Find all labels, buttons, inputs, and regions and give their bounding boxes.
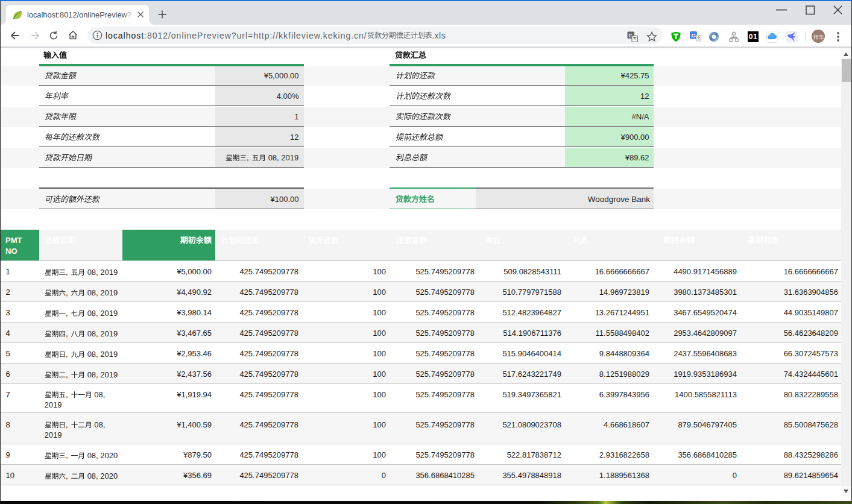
svg-text:G: G <box>692 32 696 39</box>
svg-text:,: , <box>247 153 249 162</box>
svg-text:08, 2019: 08, 2019 <box>268 153 299 162</box>
